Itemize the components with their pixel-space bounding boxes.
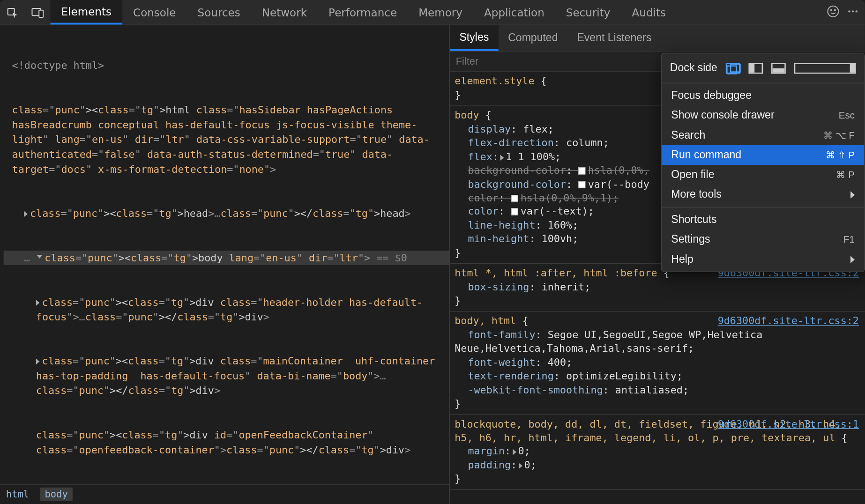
dom-html-open[interactable]: class="punc"><class="tg">html class="has…: [4, 103, 449, 177]
subtab-event-listeners[interactable]: Event Listeners: [567, 25, 661, 51]
menu-item[interactable]: Shortcuts: [662, 210, 865, 230]
css-source-link[interactable]: 9d6300df.site-ltr.css:1: [718, 417, 859, 430]
dom-body-child[interactable]: class="punc"><class="tg">div class="main…: [4, 354, 449, 398]
tab-elements[interactable]: Elements: [51, 0, 122, 24]
svg-point-5: [834, 9, 835, 11]
dock-undock-icon[interactable]: [726, 63, 740, 74]
styles-panel: Styles Computed Event Listeners element.…: [450, 25, 865, 504]
chevron-right-icon: [850, 191, 855, 198]
menu-item[interactable]: Focus debuggee: [662, 86, 865, 105]
dock-bottom-icon[interactable]: [771, 63, 786, 74]
svg-rect-10: [731, 64, 740, 72]
tab-performance[interactable]: Performance: [318, 0, 408, 24]
svg-rect-2: [39, 10, 43, 17]
tab-console[interactable]: Console: [122, 0, 187, 24]
svg-point-3: [828, 6, 838, 16]
svg-point-6: [848, 10, 850, 12]
menu-item[interactable]: Run command⌘ ⇧ P: [662, 145, 865, 165]
menu-item[interactable]: SettingsF1: [662, 230, 865, 249]
menu-item[interactable]: Open file⌘ P: [662, 165, 865, 185]
menu-item[interactable]: Show console drawerEsc: [662, 105, 865, 125]
menu-dock-side: Dock side: [662, 56, 865, 80]
css-rule[interactable]: 9d6300df.site-ltr.css:1blockquote, body,…: [450, 415, 865, 490]
tab-sources[interactable]: Sources: [187, 0, 251, 24]
menu-item[interactable]: Search⌘ ⌥ F: [662, 126, 865, 145]
tab-memory[interactable]: Memory: [408, 0, 473, 24]
chevron-right-icon: [850, 256, 855, 263]
css-rule[interactable]: 9d6300df.site-ltr.css:2body, html {font-…: [450, 312, 865, 415]
css-source-link[interactable]: 9d6300df.site-ltr.css:2: [718, 314, 859, 328]
breadcrumb-item[interactable]: body: [40, 488, 73, 501]
more-menu-icon[interactable]: [847, 5, 859, 20]
svg-rect-9: [727, 66, 736, 74]
svg-point-7: [852, 10, 854, 12]
dock-left-icon[interactable]: [748, 63, 763, 74]
dom-body-child[interactable]: class="punc"><class="tg">div id="openFee…: [4, 428, 449, 457]
menu-item[interactable]: Help: [662, 249, 865, 269]
tab-application[interactable]: Application: [473, 0, 555, 24]
menu-label: Dock side: [670, 62, 717, 74]
device-mode-icon[interactable]: [25, 0, 51, 24]
elements-panel: <!doctype html> class="punc"><class="tg"…: [0, 25, 450, 504]
dom-body-selected[interactable]: … class="punc"><class="tg">body lang="en…: [4, 251, 449, 266]
tab-audits[interactable]: Audits: [621, 0, 677, 24]
breadcrumb: html body: [0, 484, 449, 504]
svg-point-8: [856, 10, 858, 12]
dom-tree[interactable]: <!doctype html> class="punc"><class="tg"…: [0, 25, 449, 484]
svg-point-4: [831, 9, 832, 11]
menu-item[interactable]: More tools: [662, 185, 865, 204]
devtools-toolbar: Elements Console Sources Network Perform…: [0, 0, 865, 25]
inspect-icon[interactable]: [0, 0, 25, 24]
tab-security[interactable]: Security: [555, 0, 621, 24]
feedback-smiley-icon[interactable]: [827, 5, 840, 20]
dock-right-icon[interactable]: [794, 63, 856, 74]
tab-network[interactable]: Network: [251, 0, 318, 24]
dom-body-child[interactable]: class="punc"><class="tg">div class="head…: [4, 295, 449, 324]
dom-head[interactable]: class="punc"><class="tg">head>…class="pu…: [4, 206, 449, 221]
main-menu: Dock side Focus debuggeeShow console dra…: [661, 53, 865, 272]
subtab-styles[interactable]: Styles: [450, 25, 499, 51]
subtab-computed[interactable]: Computed: [499, 25, 567, 51]
breadcrumb-item[interactable]: html: [6, 489, 29, 500]
